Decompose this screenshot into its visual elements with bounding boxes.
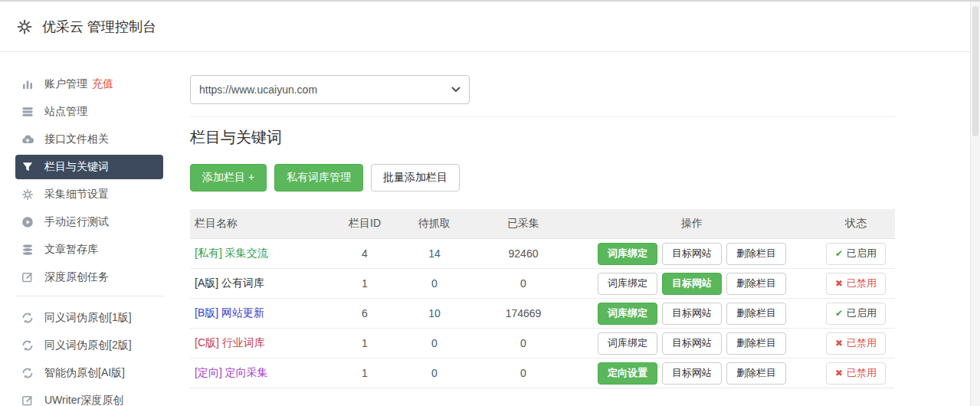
sidebar-item-label: 手动运行测试 xyxy=(44,215,109,229)
filter-icon xyxy=(21,161,34,173)
delete-column-button[interactable]: 删除栏目 xyxy=(726,243,786,265)
dictionary-bind-button[interactable]: 词库绑定 xyxy=(598,243,657,265)
column-name-link[interactable]: [B版] 网站更新 xyxy=(195,306,264,319)
delete-column-button[interactable]: 删除栏目 xyxy=(726,303,786,325)
toolbar: 添加栏目 + 私有词库管理 批量添加栏目 xyxy=(190,164,895,192)
columns-table: 栏目名称 栏目ID 待抓取 已采集 操作 状态 [私有] 采集交流 4 14 9… xyxy=(190,209,895,388)
sidebar-item-label: 栏目与关键词 xyxy=(44,160,109,174)
collected-count: 0 xyxy=(481,367,565,379)
status-badge[interactable]: ✖ 已禁用 xyxy=(826,362,886,385)
pending-count-link[interactable]: 0 xyxy=(431,367,438,379)
column-name-link[interactable]: [定向] 定向采集 xyxy=(195,366,268,378)
table-row: [A版] 公有词库 1 0 0 词库绑定 目标网站 删除栏目 ✖ 已禁用 xyxy=(190,269,895,299)
targeted-settings-button[interactable]: 定向设置 xyxy=(598,362,657,385)
app-title: 优采云 管理控制台 xyxy=(42,18,156,36)
sidebar-item-label: 同义词伪原创[1版] xyxy=(44,311,132,325)
status-label: 已禁用 xyxy=(847,366,877,380)
sidebar-item-sites[interactable]: 站点管理 xyxy=(15,100,163,124)
status-badge[interactable]: ✖ 已禁用 xyxy=(826,273,886,295)
column-name-link[interactable]: [C版] 行业词库 xyxy=(195,336,265,349)
sidebar-item-label: 深度原创任务 xyxy=(44,270,109,284)
sidebar-item-label: 智能伪原创[AI版] xyxy=(44,366,125,380)
column-id: 1 xyxy=(342,277,388,290)
content-divider xyxy=(190,116,895,117)
add-column-button[interactable]: 添加栏目 + xyxy=(190,164,267,192)
sidebar-item-collection-settings[interactable]: 采集细节设置 xyxy=(15,182,163,207)
gear-icon xyxy=(17,19,32,34)
pending-count-link[interactable]: 0 xyxy=(431,277,438,290)
status-label: 已禁用 xyxy=(847,336,877,350)
sidebar-item-synonym-v2[interactable]: 同义词伪原创[2版] xyxy=(15,333,163,358)
recharge-link[interactable]: 充值 xyxy=(92,77,113,91)
pending-count-link[interactable]: 0 xyxy=(431,337,438,349)
column-id: 6 xyxy=(342,307,388,319)
pending-count-link[interactable]: 14 xyxy=(428,247,441,260)
cross-icon: ✖ xyxy=(835,278,843,289)
batch-add-button[interactable]: 批量添加栏目 xyxy=(371,164,460,192)
sidebar-item-manual-test[interactable]: 手动运行测试 xyxy=(15,210,163,234)
dictionary-bind-button[interactable]: 词库绑定 xyxy=(598,303,657,325)
sidebar-item-article-cache[interactable]: 文章暂存库 xyxy=(15,237,163,262)
delete-column-button[interactable]: 删除栏目 xyxy=(726,332,786,355)
target-site-button[interactable]: 目标网站 xyxy=(662,273,722,295)
sidebar-item-label: 同义词伪原创[2版] xyxy=(44,339,132,352)
sidebar-divider xyxy=(15,296,163,296)
header-column-id: 栏目ID xyxy=(342,217,388,231)
target-site-button[interactable]: 目标网站 xyxy=(662,243,722,265)
table-row: [C版] 行业词库 1 0 0 词库绑定 目标网站 删除栏目 ✖ 已禁用 xyxy=(190,329,895,359)
collected-count: 0 xyxy=(481,337,565,349)
status-badge[interactable]: ✔ 已启用 xyxy=(826,303,886,325)
target-site-button[interactable]: 目标网站 xyxy=(662,332,722,355)
status-badge[interactable]: ✔ 已启用 xyxy=(826,243,886,265)
table-header-row: 栏目名称 栏目ID 待抓取 已采集 操作 状态 xyxy=(190,209,895,239)
header-pending: 待抓取 xyxy=(388,217,481,231)
sidebar-item-label: 站点管理 xyxy=(44,105,87,119)
status-badge[interactable]: ✖ 已禁用 xyxy=(826,332,886,355)
bar-chart-icon xyxy=(21,78,34,90)
site-select[interactable]: https://www.ucaiyun.com xyxy=(190,75,470,104)
pending-count-link[interactable]: 10 xyxy=(428,307,441,319)
dictionary-bind-button[interactable]: 词库绑定 xyxy=(598,332,657,355)
cross-icon: ✖ xyxy=(835,368,843,378)
sidebar-item-deep-original-task[interactable]: 深度原创任务 xyxy=(15,265,163,290)
scrollbar-thumb[interactable] xyxy=(972,6,978,136)
sidebar-item-synonym-v1[interactable]: 同义词伪原创[1版] xyxy=(15,306,163,330)
sidebar-item-interface-files[interactable]: 接口文件相关 xyxy=(15,127,163,152)
cloud-upload-icon xyxy=(21,133,34,146)
cross-icon: ✖ xyxy=(835,338,843,349)
sidebar-item-label: UWriter深度原创 xyxy=(44,394,123,406)
refresh-icon xyxy=(21,312,34,324)
sidebar-item-uwriter[interactable]: UWriter深度原创 xyxy=(15,388,163,406)
sidebar-item-account[interactable]: 账户管理 充值 xyxy=(15,72,163,97)
column-id: 1 xyxy=(342,337,388,349)
delete-column-button[interactable]: 删除栏目 xyxy=(726,362,786,385)
status-label: 已启用 xyxy=(847,247,877,260)
sidebar-item-label: 接口文件相关 xyxy=(44,133,109,146)
header-actions: 操作 xyxy=(565,217,818,231)
target-site-button[interactable]: 目标网站 xyxy=(662,362,722,385)
collected-count: 174669 xyxy=(481,307,565,319)
sidebar-item-columns-keywords[interactable]: 栏目与关键词 xyxy=(15,155,163,179)
database-icon xyxy=(21,244,34,256)
status-label: 已启用 xyxy=(847,306,877,320)
column-id: 1 xyxy=(342,367,388,379)
target-site-button[interactable]: 目标网站 xyxy=(662,303,722,325)
column-name-link[interactable]: [A版] 公有词库 xyxy=(195,277,264,289)
play-circle-icon xyxy=(21,216,34,228)
column-id: 4 xyxy=(342,247,388,260)
column-name-link[interactable]: [私有] 采集交流 xyxy=(195,247,268,259)
private-dictionary-button[interactable]: 私有词库管理 xyxy=(274,164,363,192)
delete-column-button[interactable]: 删除栏目 xyxy=(726,273,786,295)
edit-icon xyxy=(21,395,34,406)
app-window: 优采云 管理控制台 账户管理 充值 站点管理 xyxy=(0,0,980,406)
vertical-scrollbar[interactable] xyxy=(970,2,980,406)
sidebar-item-ai-original[interactable]: 智能伪原创[AI版] xyxy=(15,361,163,385)
main-content: https://www.ucaiyun.com 栏目与关键词 添加栏目 + 私有… xyxy=(190,52,895,406)
sidebar: 账户管理 充值 站点管理 接口文件相关 xyxy=(0,52,190,406)
sidebar-item-label: 采集细节设置 xyxy=(44,188,109,201)
server-icon xyxy=(21,106,34,118)
refresh-icon xyxy=(21,339,34,352)
dictionary-bind-button[interactable]: 词库绑定 xyxy=(598,273,657,295)
sidebar-item-label: 账户管理 xyxy=(44,77,87,91)
header-collected: 已采集 xyxy=(481,217,565,231)
